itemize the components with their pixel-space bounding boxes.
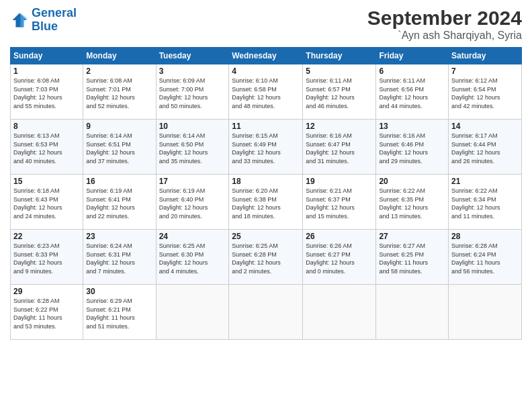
day-info: Sunrise: 6:12 AM Sunset: 6:54 PM Dayligh… xyxy=(451,77,519,110)
day-info: Sunrise: 6:28 AM Sunset: 6:24 PM Dayligh… xyxy=(451,242,519,275)
cell-w1-d2: 2Sunrise: 6:08 AM Sunset: 7:01 PM Daylig… xyxy=(83,64,156,120)
day-info: Sunrise: 6:11 AM Sunset: 6:56 PM Dayligh… xyxy=(379,77,445,110)
week-row-5: 29Sunrise: 6:28 AM Sunset: 6:22 PM Dayli… xyxy=(11,285,522,340)
day-number: 23 xyxy=(86,232,152,241)
header-thursday: Thursday xyxy=(303,48,376,64)
logo: General Blue xyxy=(10,7,77,34)
cell-w1-d4: 4Sunrise: 6:10 AM Sunset: 6:58 PM Daylig… xyxy=(229,64,303,120)
day-number: 14 xyxy=(451,122,519,131)
day-info: Sunrise: 6:17 AM Sunset: 6:44 PM Dayligh… xyxy=(451,132,519,165)
day-number: 3 xyxy=(159,66,226,76)
day-number: 5 xyxy=(306,66,373,76)
cell-w5-d6 xyxy=(376,285,449,340)
cell-w1-d1: 1Sunrise: 6:08 AM Sunset: 7:03 PM Daylig… xyxy=(11,64,83,120)
cell-w5-d1: 29Sunrise: 6:28 AM Sunset: 6:22 PM Dayli… xyxy=(11,285,83,340)
header-tuesday: Tuesday xyxy=(156,48,229,64)
day-info: Sunrise: 6:08 AM Sunset: 7:03 PM Dayligh… xyxy=(13,77,80,110)
week-row-2: 8Sunrise: 6:13 AM Sunset: 6:53 PM Daylig… xyxy=(11,120,522,175)
day-info: Sunrise: 6:19 AM Sunset: 6:41 PM Dayligh… xyxy=(86,187,152,220)
day-info: Sunrise: 6:08 AM Sunset: 7:01 PM Dayligh… xyxy=(86,77,152,110)
header-saturday: Saturday xyxy=(449,48,522,64)
cell-w5-d4 xyxy=(229,285,303,340)
cell-w3-d3: 17Sunrise: 6:19 AM Sunset: 6:40 PM Dayli… xyxy=(156,175,229,230)
cell-w4-d4: 25Sunrise: 6:25 AM Sunset: 6:28 PM Dayli… xyxy=(229,230,303,285)
day-info: Sunrise: 6:21 AM Sunset: 6:37 PM Dayligh… xyxy=(306,187,373,220)
cell-w5-d2: 30Sunrise: 6:29 AM Sunset: 6:21 PM Dayli… xyxy=(83,285,156,340)
day-number: 26 xyxy=(306,232,373,241)
day-number: 2 xyxy=(86,66,152,76)
day-info: Sunrise: 6:15 AM Sunset: 6:49 PM Dayligh… xyxy=(232,132,300,165)
header-friday: Friday xyxy=(376,48,449,64)
day-number: 10 xyxy=(159,122,226,131)
day-number: 20 xyxy=(379,177,445,186)
cell-w4-d6: 27Sunrise: 6:27 AM Sunset: 6:25 PM Dayli… xyxy=(376,230,449,285)
day-number: 28 xyxy=(451,232,519,241)
day-number: 8 xyxy=(13,122,80,131)
day-number: 19 xyxy=(306,177,373,186)
cell-w3-d1: 15Sunrise: 6:18 AM Sunset: 6:43 PM Dayli… xyxy=(11,175,83,230)
cell-w1-d6: 6Sunrise: 6:11 AM Sunset: 6:56 PM Daylig… xyxy=(376,64,449,120)
day-number: 27 xyxy=(379,232,445,241)
day-number: 13 xyxy=(379,122,445,131)
header: General Blue September 2024 `Ayn ash Sha… xyxy=(10,7,522,42)
cell-w2-d7: 14Sunrise: 6:17 AM Sunset: 6:44 PM Dayli… xyxy=(449,120,522,175)
day-info: Sunrise: 6:26 AM Sunset: 6:27 PM Dayligh… xyxy=(306,242,373,275)
cell-w4-d2: 23Sunrise: 6:24 AM Sunset: 6:31 PM Dayli… xyxy=(83,230,156,285)
cell-w5-d5 xyxy=(303,285,376,340)
day-number: 4 xyxy=(232,66,300,76)
day-info: Sunrise: 6:28 AM Sunset: 6:22 PM Dayligh… xyxy=(13,297,80,330)
cell-w1-d3: 3Sunrise: 6:09 AM Sunset: 7:00 PM Daylig… xyxy=(156,64,229,120)
day-info: Sunrise: 6:22 AM Sunset: 6:34 PM Dayligh… xyxy=(451,187,519,220)
cell-w2-d1: 8Sunrise: 6:13 AM Sunset: 6:53 PM Daylig… xyxy=(11,120,83,175)
day-number: 17 xyxy=(159,177,226,186)
cell-w5-d3 xyxy=(156,285,229,340)
day-info: Sunrise: 6:29 AM Sunset: 6:21 PM Dayligh… xyxy=(86,297,152,330)
main-title: September 2024 xyxy=(367,7,522,30)
day-info: Sunrise: 6:14 AM Sunset: 6:51 PM Dayligh… xyxy=(86,132,152,165)
logo-text: General Blue xyxy=(32,7,77,34)
day-number: 12 xyxy=(306,122,373,131)
day-number: 6 xyxy=(379,66,445,76)
calendar-table: Sunday Monday Tuesday Wednesday Thursday… xyxy=(10,47,522,340)
cell-w2-d4: 11Sunrise: 6:15 AM Sunset: 6:49 PM Dayli… xyxy=(229,120,303,175)
page: General Blue September 2024 `Ayn ash Sha… xyxy=(0,0,532,411)
day-info: Sunrise: 6:11 AM Sunset: 6:57 PM Dayligh… xyxy=(306,77,373,110)
day-info: Sunrise: 6:25 AM Sunset: 6:30 PM Dayligh… xyxy=(159,242,226,275)
day-number: 9 xyxy=(86,122,152,131)
cell-w2-d5: 12Sunrise: 6:16 AM Sunset: 6:47 PM Dayli… xyxy=(303,120,376,175)
day-info: Sunrise: 6:09 AM Sunset: 7:00 PM Dayligh… xyxy=(159,77,226,110)
day-info: Sunrise: 6:16 AM Sunset: 6:46 PM Dayligh… xyxy=(379,132,445,165)
day-info: Sunrise: 6:14 AM Sunset: 6:50 PM Dayligh… xyxy=(159,132,226,165)
day-number: 1 xyxy=(13,66,80,76)
week-row-1: 1Sunrise: 6:08 AM Sunset: 7:03 PM Daylig… xyxy=(11,64,522,120)
cell-w3-d6: 20Sunrise: 6:22 AM Sunset: 6:35 PM Dayli… xyxy=(376,175,449,230)
cell-w1-d5: 5Sunrise: 6:11 AM Sunset: 6:57 PM Daylig… xyxy=(303,64,376,120)
sub-title: `Ayn ash Sharqiyah, Syria xyxy=(367,30,522,42)
day-number: 30 xyxy=(86,287,152,296)
cell-w3-d2: 16Sunrise: 6:19 AM Sunset: 6:41 PM Dayli… xyxy=(83,175,156,230)
cell-w4-d1: 22Sunrise: 6:23 AM Sunset: 6:33 PM Dayli… xyxy=(11,230,83,285)
day-info: Sunrise: 6:25 AM Sunset: 6:28 PM Dayligh… xyxy=(232,242,300,275)
day-info: Sunrise: 6:23 AM Sunset: 6:33 PM Dayligh… xyxy=(13,242,80,275)
header-wednesday: Wednesday xyxy=(229,48,303,64)
day-number: 11 xyxy=(232,122,300,131)
logo-blue: Blue xyxy=(32,19,58,33)
cell-w3-d4: 18Sunrise: 6:20 AM Sunset: 6:38 PM Dayli… xyxy=(229,175,303,230)
day-info: Sunrise: 6:19 AM Sunset: 6:40 PM Dayligh… xyxy=(159,187,226,220)
cell-w5-d7 xyxy=(449,285,522,340)
day-number: 16 xyxy=(86,177,152,186)
day-info: Sunrise: 6:27 AM Sunset: 6:25 PM Dayligh… xyxy=(379,242,445,275)
day-number: 22 xyxy=(13,232,80,241)
cell-w4-d5: 26Sunrise: 6:26 AM Sunset: 6:27 PM Dayli… xyxy=(303,230,376,285)
cell-w3-d7: 21Sunrise: 6:22 AM Sunset: 6:34 PM Dayli… xyxy=(449,175,522,230)
header-sunday: Sunday xyxy=(11,48,83,64)
day-info: Sunrise: 6:10 AM Sunset: 6:58 PM Dayligh… xyxy=(232,77,300,110)
logo-general: General xyxy=(32,6,77,19)
header-monday: Monday xyxy=(83,48,156,64)
cell-w1-d7: 7Sunrise: 6:12 AM Sunset: 6:54 PM Daylig… xyxy=(449,64,522,120)
cell-w3-d5: 19Sunrise: 6:21 AM Sunset: 6:37 PM Dayli… xyxy=(303,175,376,230)
day-info: Sunrise: 6:24 AM Sunset: 6:31 PM Dayligh… xyxy=(86,242,152,275)
day-info: Sunrise: 6:13 AM Sunset: 6:53 PM Dayligh… xyxy=(13,132,80,165)
cell-w2-d2: 9Sunrise: 6:14 AM Sunset: 6:51 PM Daylig… xyxy=(83,120,156,175)
logo-icon xyxy=(10,11,29,30)
